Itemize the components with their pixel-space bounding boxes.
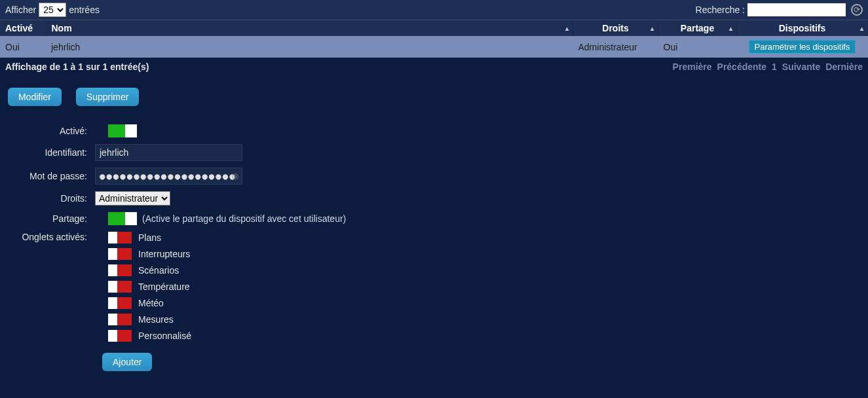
tab-row: Mesures	[108, 314, 191, 325]
sort-up-icon: ▴	[729, 25, 732, 32]
col-devices[interactable]: Dispositifs▴	[737, 20, 868, 36]
tab-label: Plans	[138, 232, 161, 243]
tabs-label: Onglets activés:	[0, 232, 95, 242]
cell-rights: Administrateur	[573, 36, 658, 58]
modify-button[interactable]: Modifier	[8, 88, 62, 106]
id-input[interactable]	[95, 144, 242, 161]
active-toggle[interactable]	[108, 124, 137, 137]
table-row[interactable]: Oui jehrlich Administrateur Oui Paramétr…	[0, 36, 868, 58]
add-button[interactable]: Ajouter	[102, 353, 152, 371]
tab-label: Mesures	[138, 314, 174, 325]
page-first[interactable]: Première	[673, 62, 712, 72]
cell-active: Oui	[0, 36, 46, 58]
col-name[interactable]: Nom▴	[46, 20, 573, 36]
col-sharing[interactable]: Partage▴	[658, 20, 737, 36]
pwd-label: Mot de passe:	[0, 171, 95, 181]
table-info: Affichage de 1 à 1 sur 1 entrée(s)	[5, 62, 149, 72]
search-label: Recherche :	[696, 5, 745, 15]
sort-up-icon: ▴	[565, 25, 569, 32]
tab-label: Interrupteurs	[138, 249, 190, 259]
page-next[interactable]: Suivante	[782, 62, 820, 72]
active-label: Activé:	[0, 126, 95, 136]
entries-control: Afficher 25 entrées	[5, 3, 100, 17]
id-label: Identifiant:	[0, 147, 95, 158]
tab-toggle[interactable]	[108, 314, 132, 325]
cell-devices: Paramétrer les dispositifs	[737, 36, 868, 58]
tab-row: Météo	[108, 297, 191, 309]
table-footer: Affichage de 1 à 1 sur 1 entrée(s) Premi…	[0, 58, 868, 76]
cell-name: jehrlich	[46, 36, 573, 58]
users-table: Activé Nom▴ Droits▴ Partage▴ Dispositifs…	[0, 20, 868, 58]
user-form: Activé: Identifiant: Mot de passe: ◎ Dro…	[0, 111, 868, 384]
topbar: Afficher 25 entrées Recherche :	[0, 0, 868, 20]
action-buttons: Modifier Supprimer	[0, 76, 868, 111]
eye-icon[interactable]: ◎	[232, 172, 238, 181]
cell-sharing: Oui	[658, 36, 737, 58]
tab-toggle[interactable]	[108, 281, 132, 293]
tab-row: Température	[108, 281, 191, 293]
sharing-label: Partage:	[0, 213, 95, 224]
search-control: Recherche :	[696, 3, 863, 16]
page-prev[interactable]: Précédente	[717, 62, 766, 72]
entries-label: entrées	[69, 5, 100, 15]
search-input[interactable]	[747, 3, 846, 16]
refresh-icon[interactable]	[851, 4, 863, 16]
sort-up-icon: ▴	[860, 25, 863, 32]
pwd-input[interactable]	[95, 168, 242, 185]
tab-label: Personnalisé	[138, 331, 191, 341]
show-label: Afficher	[5, 5, 36, 15]
sort-up-icon: ▴	[651, 25, 654, 32]
tab-row: Scénarios	[108, 264, 191, 276]
delete-button[interactable]: Supprimer	[76, 88, 140, 106]
rights-select[interactable]: Administrateur	[95, 191, 170, 206]
tab-label: Météo	[138, 298, 164, 308]
tab-row: Plans	[108, 232, 191, 244]
tab-label: Température	[138, 281, 190, 292]
page-last[interactable]: Dernière	[825, 62, 863, 72]
rights-label: Droits:	[0, 193, 95, 204]
pagination: Première Précédente 1 Suivante Dernière	[673, 62, 863, 72]
tab-toggle[interactable]	[108, 330, 132, 342]
sharing-hint: (Active le partage du dispositif avec ce…	[142, 213, 346, 224]
tab-row: Personnalisé	[108, 330, 191, 342]
tab-label: Scénarios	[138, 265, 179, 276]
col-active[interactable]: Activé	[0, 20, 46, 36]
page-number[interactable]: 1	[772, 62, 777, 72]
tab-toggle[interactable]	[108, 248, 132, 260]
tab-row: Interrupteurs	[108, 248, 191, 260]
col-rights[interactable]: Droits▴	[573, 20, 658, 36]
tab-toggle[interactable]	[108, 297, 132, 309]
sharing-toggle[interactable]	[108, 212, 137, 225]
entries-select[interactable]: 25	[39, 3, 66, 17]
tab-toggle[interactable]	[108, 264, 132, 276]
configure-devices-button[interactable]: Paramétrer les dispositifs	[749, 40, 856, 54]
tab-toggle[interactable]	[108, 232, 132, 244]
